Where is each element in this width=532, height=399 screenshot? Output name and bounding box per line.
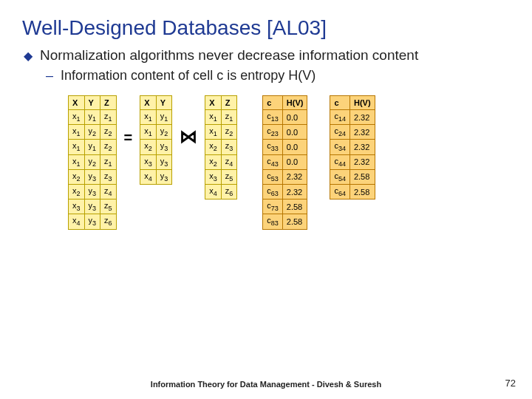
table-cell: x1 [140, 110, 157, 125]
table-header-cell: c [330, 96, 350, 110]
table-cell: x2 [140, 140, 157, 154]
table-cell: z5 [221, 169, 237, 184]
join-operator-icon: ⋈ [178, 126, 199, 147]
table-header-cell: Z [221, 96, 237, 110]
table-row: c542.58 [330, 169, 375, 184]
table-cell: x1 [140, 125, 157, 140]
table-cell: y3 [84, 214, 100, 229]
table-header-cell: Y [156, 96, 172, 110]
table-cell: x2 [69, 184, 85, 199]
table-row: x2y3z4 [69, 184, 117, 199]
table-row: x3z5 [205, 169, 237, 184]
table-header-cell: X [140, 96, 157, 110]
table-cell: z4 [221, 154, 237, 169]
table-cell: y2 [84, 125, 100, 140]
table-row: x1y1 [140, 110, 172, 125]
table-row: c430.0 [263, 154, 307, 169]
table-cell: c33 [263, 140, 283, 154]
table-cell: 0.0 [282, 110, 307, 125]
table-cell: 2.58 [349, 169, 375, 184]
table-xy: XYx1y1x1y2x2y3x3y3x4y3 [140, 95, 172, 185]
table-row: c130.0 [263, 110, 307, 125]
table-xz: XZx1z1x1z2x2z3x2z4x3z5x4z6 [205, 95, 237, 200]
table-cell: x2 [205, 140, 222, 154]
table-cell: 2.58 [349, 184, 375, 199]
table-cell: 2.32 [349, 110, 375, 125]
table-cell: y3 [156, 140, 172, 154]
table-row: c632.32 [263, 184, 307, 199]
table-cell: z2 [221, 125, 237, 140]
table-cell: x4 [205, 184, 222, 199]
table-cell: z1 [100, 110, 117, 125]
table-cell: x1 [205, 125, 222, 140]
table-cell: z3 [221, 140, 237, 154]
sub-bullet: – Information content of cell c is entro… [46, 68, 511, 83]
slide-footer: Information Theory for Data Management -… [0, 380, 532, 389]
table-row: x4z6 [205, 184, 237, 199]
table-row: x1y2 [140, 125, 172, 140]
table-cell: y3 [84, 184, 100, 199]
table-cell: z5 [100, 200, 117, 214]
table-row: c242.32 [330, 125, 375, 140]
table-xyz: XYZx1y1z1x1y2z2x1y1z2x1y2z1x2y3z3x2y3z4x… [68, 95, 117, 230]
table-cell: y1 [84, 140, 100, 154]
table-cell: x4 [69, 214, 85, 229]
table-cell: x1 [69, 154, 85, 169]
table-row: x1y1z2 [69, 140, 117, 154]
table-row: x3y3 [140, 154, 172, 169]
table-cell: c44 [330, 154, 350, 169]
table-row: x1y1z1 [69, 110, 117, 125]
table-cell: y1 [84, 110, 100, 125]
table-c-hv-right: cH(V)c142.32c242.32c342.32c442.32c542.58… [330, 95, 375, 200]
table-cell: 2.32 [349, 154, 375, 169]
table-header-cell: X [205, 96, 222, 110]
table-cell: x2 [69, 169, 85, 184]
table-header-cell: H(V) [282, 96, 307, 110]
table-cell: x3 [205, 169, 222, 184]
table-cell: c54 [330, 169, 350, 184]
table-cell: x1 [205, 110, 222, 125]
table-cell: z1 [100, 154, 117, 169]
table-header-cell: c [263, 96, 283, 110]
table-cell: c53 [263, 169, 283, 184]
table-cell: 2.32 [349, 140, 375, 154]
table-row: c142.32 [330, 110, 375, 125]
table-row: x2y3z3 [69, 169, 117, 184]
table-cell: 0.0 [282, 140, 307, 154]
table-cell: c83 [263, 214, 283, 229]
table-cell: z1 [221, 110, 237, 125]
table-cell: y3 [156, 154, 172, 169]
table-cell: z6 [100, 214, 117, 229]
table-row: c732.58 [263, 200, 307, 214]
table-cell: 2.58 [282, 200, 307, 214]
table-cell: x3 [140, 154, 157, 169]
table-cell: c73 [263, 200, 283, 214]
table-cell: y2 [156, 125, 172, 140]
table-cell: z2 [100, 125, 117, 140]
table-cell: 2.32 [282, 184, 307, 199]
table-cell: c23 [263, 125, 283, 140]
table-cell: y1 [156, 110, 172, 125]
bullet-main: ◆ Normalization algorithms never decreas… [24, 47, 511, 65]
table-cell: 2.32 [349, 125, 375, 140]
table-header-cell: H(V) [349, 96, 375, 110]
slide-title: Well-Designed Databases [AL03] [0, 0, 532, 47]
table-cell: c13 [263, 110, 283, 125]
table-row: x1z1 [205, 110, 237, 125]
table-cell: y3 [84, 169, 100, 184]
table-cell: c34 [330, 140, 350, 154]
table-header-cell: X [69, 96, 85, 110]
table-cell: y3 [156, 169, 172, 184]
dash-icon: – [46, 68, 53, 83]
table-cell: z3 [100, 169, 117, 184]
table-c-hv-left: cH(V)c130.0c230.0c330.0c430.0c532.32c632… [262, 95, 307, 230]
table-cell: x3 [69, 200, 85, 214]
table-cell: x4 [140, 169, 157, 184]
table-cell: z6 [221, 184, 237, 199]
table-row: x3y3z5 [69, 200, 117, 214]
table-row: c230.0 [263, 125, 307, 140]
table-row: x1z2 [205, 125, 237, 140]
table-header-cell: Z [100, 96, 117, 110]
table-row: c330.0 [263, 140, 307, 154]
table-row: x2z4 [205, 154, 237, 169]
